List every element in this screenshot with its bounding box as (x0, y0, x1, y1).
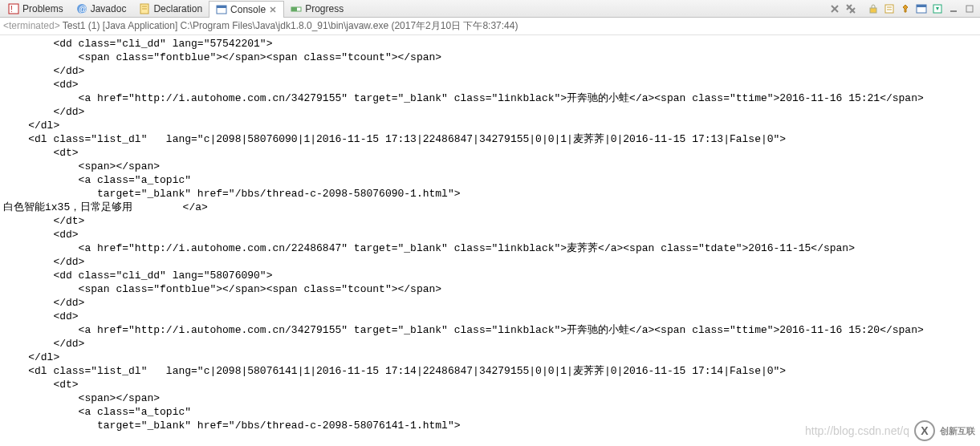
terminated-decoration: <terminated> (3, 20, 60, 31)
svg-rect-8 (217, 6, 226, 8)
maximize-icon[interactable] (962, 2, 977, 16)
view-tab-bar: ! Problems @ Javadoc Declaration Console… (0, 0, 980, 18)
console-menu-icon[interactable] (930, 2, 945, 16)
clear-console-icon[interactable] (882, 2, 897, 16)
svg-rect-20 (885, 5, 893, 13)
run-description: Test1 (1) [Java Application] C:\Program … (63, 20, 518, 31)
tab-label: Declaration (153, 3, 202, 14)
console-toolbar (828, 2, 977, 16)
tab-label: Problems (22, 3, 63, 14)
scroll-lock-icon[interactable] (866, 2, 880, 16)
svg-rect-27 (950, 10, 957, 12)
tab-javadoc[interactable]: @ Javadoc (70, 0, 133, 17)
progress-icon (291, 3, 302, 14)
tab-label: Javadoc (91, 3, 127, 14)
watermark-url: http://blog.csdn.net/q (805, 424, 909, 437)
remove-launch-icon[interactable] (828, 2, 842, 16)
svg-rect-12 (291, 7, 297, 11)
svg-text:!: ! (10, 5, 13, 14)
minimize-icon[interactable] (946, 2, 961, 16)
pin-console-icon[interactable] (898, 2, 913, 16)
svg-rect-19 (870, 8, 876, 13)
watermark-brand: 创新互联 (940, 425, 975, 437)
watermark: http://blog.csdn.net/q X 创新互联 (805, 420, 980, 441)
tab-declaration[interactable]: Declaration (132, 0, 209, 17)
tab-console[interactable]: Console (209, 1, 284, 18)
tab-progress[interactable]: Progress (284, 0, 350, 17)
problems-icon: ! (8, 3, 19, 14)
console-status-line: <terminated> Test1 (1) [Java Application… (0, 18, 980, 35)
svg-text:@: @ (79, 5, 87, 14)
close-icon[interactable] (269, 6, 277, 14)
tab-problems[interactable]: ! Problems (2, 0, 70, 17)
console-icon (216, 4, 227, 15)
watermark-logo-icon: X (914, 420, 935, 441)
svg-rect-28 (966, 6, 973, 12)
remove-all-icon[interactable] (844, 2, 858, 16)
javadoc-icon: @ (76, 3, 87, 14)
svg-rect-24 (917, 5, 926, 7)
display-selected-icon[interactable] (914, 2, 929, 16)
console-output[interactable]: <dd class="cli_dd" lang="57542201"> <spa… (0, 35, 980, 434)
tab-label: Console (230, 4, 266, 15)
declaration-icon (139, 3, 150, 14)
tab-label: Progress (305, 3, 344, 14)
